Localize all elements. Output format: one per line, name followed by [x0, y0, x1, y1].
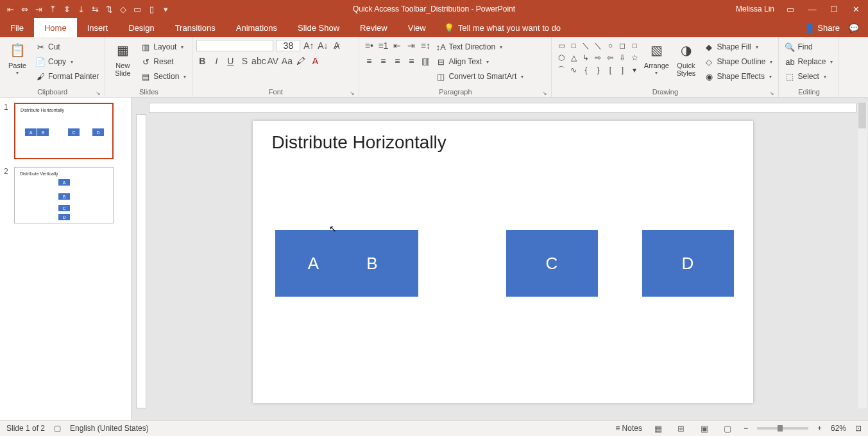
- notes-button[interactable]: ≡ Notes: [615, 424, 642, 433]
- new-slide-button[interactable]: ▦ New Slide: [109, 40, 136, 77]
- canvas-area[interactable]: Distribute Horizontally A B C D ↖: [149, 114, 856, 408]
- vertical-scrollbar[interactable]: [858, 103, 867, 408]
- tab-transitions[interactable]: Transitions: [165, 18, 226, 37]
- shape-arrow-d-icon[interactable]: ⇩: [617, 52, 628, 64]
- columns-icon[interactable]: ▥: [420, 55, 431, 67]
- align-text-button[interactable]: ⊟Align Text: [434, 55, 525, 69]
- reading-view-icon[interactable]: ▣: [697, 423, 711, 434]
- minimize-icon[interactable]: —: [806, 4, 818, 14]
- tab-home[interactable]: Home: [34, 18, 77, 37]
- tab-slideshow[interactable]: Slide Show: [287, 18, 350, 37]
- shape-curve-icon[interactable]: ∿: [568, 64, 579, 76]
- char-spacing-icon[interactable]: AV: [267, 55, 278, 67]
- grow-font-icon[interactable]: A↑: [303, 40, 314, 51]
- format-painter-button[interactable]: 🖌Format Painter: [33, 69, 101, 83]
- shape-outline-button[interactable]: ◇Shape Outline: [702, 55, 774, 69]
- align-center-icon[interactable]: ≡: [377, 55, 389, 67]
- spellcheck-icon[interactable]: ▢: [54, 424, 61, 433]
- shape-bracket-r-icon[interactable]: ]: [617, 64, 628, 76]
- bold-icon[interactable]: B: [196, 55, 208, 67]
- zoom-slider[interactable]: [757, 427, 808, 430]
- qat-distribute-v-icon[interactable]: ⇅: [104, 4, 114, 14]
- language-indicator[interactable]: English (United States): [70, 424, 149, 433]
- indent-right-icon[interactable]: ⇥: [405, 40, 417, 51]
- shape-bracket-l-icon[interactable]: [: [604, 64, 616, 76]
- thumb-1[interactable]: Distribute Horizontally A B C D: [14, 103, 114, 159]
- qat-align-right-icon[interactable]: ⇥: [33, 4, 44, 14]
- shape-square-icon[interactable]: □: [629, 40, 640, 51]
- shape-fill-button[interactable]: ◆Shape Fill: [702, 40, 774, 54]
- tab-file[interactable]: File: [0, 18, 34, 37]
- tab-review[interactable]: Review: [350, 18, 398, 37]
- thumb-2[interactable]: Distribute Vertically A B C D: [14, 167, 114, 223]
- normal-view-icon[interactable]: ▦: [651, 423, 665, 434]
- shape-arrow-r-icon[interactable]: ⇨: [592, 52, 604, 64]
- thumb-row-2[interactable]: 2 Distribute Vertically A B C D: [4, 167, 127, 223]
- ribbon-display-icon[interactable]: ▭: [785, 4, 796, 14]
- justify-icon[interactable]: ≡: [405, 55, 417, 67]
- qat-align-center-icon[interactable]: ⇔: [19, 4, 30, 14]
- numbering-icon[interactable]: ≡1: [377, 40, 389, 51]
- underline-icon[interactable]: U: [225, 55, 236, 67]
- shapes-more-icon[interactable]: ▾: [629, 64, 640, 76]
- slides-panel[interactable]: 1 Distribute Horizontally A B C D 2 Dist…: [0, 98, 132, 420]
- shape-brace-r-icon[interactable]: }: [592, 64, 604, 76]
- cut-button[interactable]: ✂Cut: [33, 40, 101, 54]
- shape-effects-button[interactable]: ◉Shape Effects: [702, 69, 774, 83]
- slide-title[interactable]: Distribute Horizontally: [272, 132, 447, 153]
- maximize-icon[interactable]: ☐: [828, 4, 840, 14]
- change-case-icon[interactable]: Aa: [281, 55, 293, 67]
- shapes-gallery[interactable]: ▭□＼＼○◻□ ⬡△↳⇨⇦⇩☆ ⌒∿{}[]▾: [556, 40, 640, 76]
- strike-icon[interactable]: abc: [253, 55, 264, 67]
- shape-octagon-icon[interactable]: ⬡: [556, 52, 567, 64]
- drawing-launcher-icon[interactable]: ↘: [769, 90, 774, 96]
- qat-eraser-icon[interactable]: ◇: [118, 4, 128, 14]
- shape-connector-icon[interactable]: ↳: [580, 52, 591, 64]
- zoom-slider-thumb[interactable]: [778, 425, 783, 432]
- shape-box-b[interactable]: B: [327, 230, 418, 297]
- shape-rect-icon[interactable]: □: [568, 40, 579, 51]
- select-button[interactable]: ⬚Select: [783, 69, 835, 83]
- shape-brace-l-icon[interactable]: {: [580, 64, 591, 76]
- italic-icon[interactable]: I: [210, 55, 222, 67]
- font-size-combo[interactable]: 38: [276, 40, 300, 51]
- clipboard-launcher-icon[interactable]: ↘: [96, 90, 101, 96]
- shape-roundrect-icon[interactable]: ◻: [617, 40, 628, 51]
- shape-line-icon[interactable]: ＼: [580, 40, 591, 51]
- paragraph-launcher-icon[interactable]: ↘: [542, 90, 547, 96]
- find-button[interactable]: 🔍Find: [783, 40, 835, 54]
- align-left-icon[interactable]: ≡: [363, 55, 375, 67]
- shrink-font-icon[interactable]: A↓: [317, 40, 328, 51]
- quick-styles-button[interactable]: ◑ Quick Styles: [672, 40, 699, 77]
- shape-line2-icon[interactable]: ＼: [592, 40, 604, 51]
- fit-window-icon[interactable]: ⊡: [855, 424, 862, 433]
- qat-align-left-icon[interactable]: ⇤: [5, 4, 15, 14]
- slideshow-view-icon[interactable]: ▢: [720, 423, 735, 434]
- zoom-out-icon[interactable]: −: [744, 424, 748, 433]
- qat-align-obj2-icon[interactable]: ▯: [146, 4, 157, 14]
- scrollbar-thumb[interactable]: [858, 103, 866, 128]
- shape-arrow-l-icon[interactable]: ⇦: [604, 52, 616, 64]
- share-button[interactable]: 👤 Share: [804, 23, 840, 33]
- shape-star-icon[interactable]: ☆: [629, 52, 640, 64]
- tab-animations[interactable]: Animations: [226, 18, 287, 37]
- copy-button[interactable]: 📄Copy: [33, 55, 101, 69]
- thumb-row-1[interactable]: 1 Distribute Horizontally A B C D: [4, 103, 127, 159]
- clear-format-icon[interactable]: A̷: [331, 40, 343, 51]
- qat-align-middle-icon[interactable]: ⇕: [62, 4, 72, 14]
- comments-icon[interactable]: 💬: [849, 23, 859, 33]
- shape-arc-icon[interactable]: ⌒: [556, 64, 567, 76]
- qat-align-obj-icon[interactable]: ▭: [132, 4, 142, 14]
- sorter-view-icon[interactable]: ⊞: [674, 423, 688, 434]
- font-launcher-icon[interactable]: ↘: [350, 90, 355, 96]
- qat-align-top-icon[interactable]: ⤒: [47, 4, 58, 14]
- qat-more-icon[interactable]: ▾: [160, 4, 171, 14]
- reset-button[interactable]: ↺Reset: [139, 55, 188, 69]
- shape-triangle-icon[interactable]: △: [568, 52, 579, 64]
- shape-oval-icon[interactable]: ○: [604, 40, 616, 51]
- tab-view[interactable]: View: [398, 18, 436, 37]
- replace-button[interactable]: abReplace: [783, 55, 835, 69]
- zoom-in-icon[interactable]: +: [817, 424, 822, 433]
- shape-box-d[interactable]: D: [642, 230, 734, 297]
- paste-button[interactable]: 📋 Paste ▾: [4, 40, 31, 76]
